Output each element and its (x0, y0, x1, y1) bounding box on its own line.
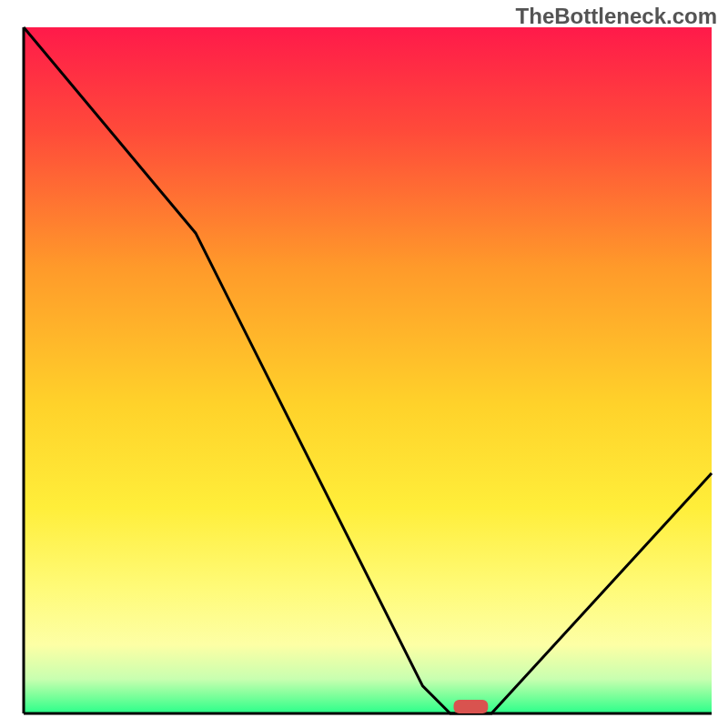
gradient-background (24, 27, 712, 713)
optimum-marker (454, 700, 489, 713)
bottleneck-chart (0, 0, 728, 728)
watermark-text: TheBottleneck.com (516, 4, 717, 29)
chart-container: TheBottleneck.com (0, 0, 728, 728)
